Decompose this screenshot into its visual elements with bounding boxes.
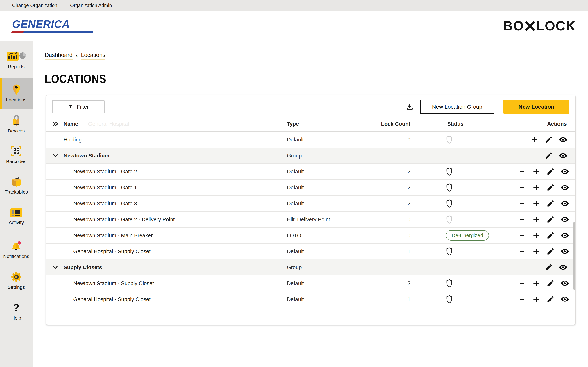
new-location-group-button[interactable]: New Location Group xyxy=(420,100,494,114)
remove-lock-button[interactable] xyxy=(517,294,527,304)
generica-logo-underline xyxy=(12,31,94,33)
sidebar-item-settings[interactable]: Settings xyxy=(0,265,33,296)
edit-button[interactable] xyxy=(546,247,555,256)
add-lock-button[interactable] xyxy=(531,199,541,208)
table-row[interactable]: Supply Closets Group xyxy=(46,259,575,275)
sidebar-item-devices[interactable]: Devices xyxy=(0,109,33,140)
view-button[interactable] xyxy=(558,135,568,144)
remove-lock-button[interactable] xyxy=(517,199,527,208)
view-button[interactable] xyxy=(560,199,570,208)
edit-button[interactable] xyxy=(546,279,555,288)
remove-lock-button[interactable] xyxy=(517,215,527,224)
app-window: Change Organization Organization Admin G… xyxy=(0,0,588,367)
table-header-row: General Hospital Name Type Lock Count St… xyxy=(46,116,575,132)
sidebar-item-help[interactable]: ? Help xyxy=(0,296,33,327)
location-type: Group xyxy=(287,264,381,270)
add-lock-button[interactable] xyxy=(531,279,541,288)
location-type: Default xyxy=(287,249,381,255)
view-button[interactable] xyxy=(560,231,570,240)
edit-button[interactable] xyxy=(544,135,553,144)
table-row[interactable]: Newtown Stadium - Main Breaker LOTO 0 De… xyxy=(46,227,575,243)
locations-pin-icon xyxy=(12,84,20,95)
actions-cell xyxy=(517,263,569,272)
table-row[interactable]: Newtown Stadium - Supply Closet Default … xyxy=(46,275,575,292)
sidebar-item-notifications[interactable]: Notifications xyxy=(0,234,33,265)
filter-button[interactable]: Filter xyxy=(52,100,104,113)
sidebar-item-barcodes[interactable]: Barcodes xyxy=(0,140,33,170)
organization-admin-link[interactable]: Organization Admin xyxy=(70,3,112,8)
edit-button[interactable] xyxy=(546,167,555,176)
status-cell xyxy=(414,295,517,303)
sidebar-item-trackables[interactable]: Trackables xyxy=(0,170,33,201)
group-collapse-chevron-icon[interactable] xyxy=(52,153,64,158)
table-row[interactable]: Newtown Stadium - Gate 3 Default 2 xyxy=(46,196,575,212)
view-button[interactable] xyxy=(560,247,570,256)
breadcrumb-dashboard-link[interactable]: Dashboard xyxy=(45,52,73,60)
activity-list-icon xyxy=(10,208,22,217)
actions-cell xyxy=(517,183,571,192)
edit-button[interactable] xyxy=(544,263,553,272)
add-lock-button[interactable] xyxy=(531,215,541,224)
sidebar-item-locations[interactable]: Locations xyxy=(0,78,33,109)
remove-lock-button[interactable] xyxy=(517,279,527,288)
add-lock-button[interactable] xyxy=(531,294,541,304)
sidebar-item-label: Devices xyxy=(8,128,25,134)
table-row[interactable]: Newtown Stadium Group xyxy=(46,148,575,164)
status-cell xyxy=(414,135,517,144)
view-button[interactable] xyxy=(560,183,570,192)
view-button[interactable] xyxy=(560,294,570,304)
view-button[interactable] xyxy=(560,167,570,176)
actions-cell xyxy=(517,135,569,144)
help-question-icon: ? xyxy=(13,302,19,313)
generica-logo: GENERICA xyxy=(12,19,93,33)
table-toolbar: Filter New Location Group New Location xyxy=(46,95,575,116)
table-row[interactable]: Holding Default 0 xyxy=(46,132,575,148)
add-lock-button[interactable] xyxy=(531,247,541,256)
edit-button[interactable] xyxy=(544,151,553,160)
add-lock-button[interactable] xyxy=(531,183,541,192)
add-lock-button[interactable] xyxy=(531,167,541,176)
table-row[interactable]: General Hospital - Supply Closet Default… xyxy=(46,243,575,259)
add-lock-button[interactable] xyxy=(531,231,541,240)
remove-lock-button[interactable] xyxy=(517,231,527,240)
lock-count-value: 2 xyxy=(381,280,414,286)
edit-button[interactable] xyxy=(546,199,555,208)
table-row[interactable]: Newtown Stadium - Gate 2 - Delivery Poin… xyxy=(46,212,575,227)
remove-lock-button[interactable] xyxy=(517,167,527,176)
column-header-type[interactable]: Type xyxy=(287,121,381,127)
breadcrumb-separator: › xyxy=(76,53,78,59)
expand-all-icon[interactable] xyxy=(52,121,64,127)
remove-lock-button[interactable] xyxy=(517,183,527,192)
status-cell xyxy=(414,199,517,208)
view-button[interactable] xyxy=(560,279,570,288)
table-row[interactable]: General Hospital - Supply Closet Default… xyxy=(46,292,575,307)
status-badge: De-Energized xyxy=(446,230,489,241)
group-collapse-chevron-icon[interactable] xyxy=(52,265,64,270)
download-icon[interactable] xyxy=(404,101,415,112)
edit-button[interactable] xyxy=(546,294,555,304)
column-header-status[interactable]: Status xyxy=(414,121,517,127)
shield-status-icon xyxy=(446,295,453,303)
edit-button[interactable] xyxy=(546,183,555,192)
add-lock-button[interactable] xyxy=(530,135,539,144)
edit-button[interactable] xyxy=(546,215,555,224)
column-header-name[interactable]: Name xyxy=(64,121,287,127)
sidebar-item-reports[interactable]: Reports xyxy=(0,45,33,75)
location-type: Hilti Delivery Point xyxy=(287,217,381,223)
sidebar-item-activity[interactable]: Activity xyxy=(0,201,33,232)
location-name: Newtown Stadium - Gate 1 xyxy=(64,185,287,191)
location-name: Holding xyxy=(64,137,287,143)
view-button[interactable] xyxy=(560,215,570,224)
filter-button-label: Filter xyxy=(77,104,89,110)
change-organization-link[interactable]: Change Organization xyxy=(12,3,57,8)
table-row[interactable]: Newtown Stadium - Gate 2 Default 2 xyxy=(46,164,575,180)
table-scrollbar-thumb[interactable] xyxy=(573,222,575,290)
new-location-button[interactable]: New Location xyxy=(503,100,569,114)
table-row[interactable]: Newtown Stadium - Gate 1 Default 2 xyxy=(46,180,575,196)
view-button[interactable] xyxy=(558,263,568,272)
edit-button[interactable] xyxy=(546,231,555,240)
column-header-lock-count[interactable]: Lock Count xyxy=(381,121,414,127)
remove-lock-button[interactable] xyxy=(517,247,527,256)
breadcrumb-locations-link[interactable]: Locations xyxy=(81,52,105,60)
view-button[interactable] xyxy=(558,151,568,160)
